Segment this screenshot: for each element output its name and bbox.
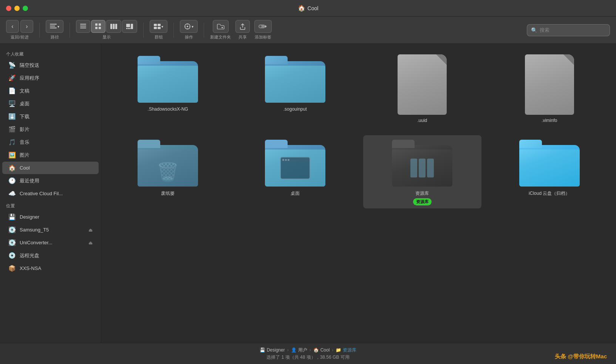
library-badge: 资源库	[413, 198, 432, 205]
sidebar-item-samsung[interactable]: 💽 Samsung_T5 ⏏	[2, 224, 99, 236]
svg-rect-5	[80, 28, 86, 28]
sogouinput-folder-icon	[265, 54, 325, 103]
back-button[interactable]: ‹	[6, 20, 19, 33]
breadcrumb-library-label: 资源库	[343, 347, 356, 353]
music-icon: 🎵	[8, 139, 16, 146]
action-label: 操作	[185, 34, 193, 40]
group-button[interactable]: ▾	[150, 20, 167, 33]
sidebar-item-downloads[interactable]: ⬇️ 下载	[2, 110, 99, 123]
uniconverter-eject[interactable]: ⏏	[88, 240, 93, 245]
share-button[interactable]	[235, 20, 250, 33]
svg-rect-12	[115, 24, 117, 29]
sidebar-item-movies[interactable]: 🎬 影片	[2, 123, 99, 136]
xxs-nsa-icon: 📦	[8, 265, 16, 272]
sidebar-item-airdrop[interactable]: 📡 隔空投送	[2, 59, 99, 71]
sidebar-item-uniconverter[interactable]: 💽 UniConverter... ⏏	[2, 236, 99, 249]
file-item-icloud[interactable]: iCloud 云盘（归档）	[491, 135, 609, 208]
new-folder-button[interactable]	[213, 20, 229, 33]
title-bar: 🏠 Cool	[0, 0, 616, 17]
add-tag-button[interactable]	[254, 20, 272, 33]
nav-group: ‹ › 返回/前进	[6, 20, 33, 40]
group-label: 群组	[155, 34, 163, 40]
breadcrumb-library-icon: 📁	[336, 347, 341, 353]
sidebar-item-documents[interactable]: 📄 文稿	[2, 85, 99, 97]
file-item-library[interactable]: 资源库 资源库	[363, 135, 481, 208]
search-input[interactable]	[540, 27, 600, 33]
creative-cloud-icon: ☁️	[8, 190, 16, 197]
cool-icon: 🏠	[8, 164, 16, 171]
downloads-icon: ⬇️	[8, 113, 16, 120]
svg-rect-11	[113, 24, 115, 29]
share-group: 共享	[235, 20, 250, 40]
movies-icon: 🎬	[8, 126, 16, 133]
sidebar-item-pictures[interactable]: 🖼️ 图片	[2, 149, 99, 161]
title-icon: 🏠	[298, 5, 305, 12]
close-button[interactable]	[6, 6, 11, 11]
sidebar-item-cool[interactable]: 🏠 Cool	[2, 162, 99, 174]
viminfo-label: .viminfo	[542, 118, 557, 123]
view-grid-button[interactable]	[91, 20, 105, 33]
breadcrumb-item-designer[interactable]: 💾 Designer	[260, 347, 285, 353]
samsung-icon: 💽	[8, 226, 16, 233]
svg-rect-4	[80, 26, 86, 26]
file-item-shadowsocks[interactable]: .ShadowsocksX-NG	[109, 51, 227, 126]
breadcrumb-item-user[interactable]: 👤 用户	[291, 347, 307, 353]
samsung-eject[interactable]: ⏏	[88, 227, 93, 233]
desktop-label: 桌面	[20, 100, 29, 107]
shadowsocks-label: .ShadowsocksX-NG	[148, 106, 188, 112]
file-item-uuid[interactable]: .uuid	[363, 51, 481, 126]
breadcrumb-sep-3: ›	[332, 347, 333, 353]
svg-rect-8	[95, 27, 98, 29]
svg-rect-18	[154, 24, 157, 26]
samsung-label: Samsung_T5	[20, 227, 49, 233]
file-item-sogouinput[interactable]: .sogouinput	[236, 51, 354, 126]
view-list-button[interactable]	[76, 20, 90, 33]
designer-icon: 💾	[8, 213, 16, 221]
forward-button[interactable]: ›	[20, 20, 33, 33]
nav-label: 返回/前进	[11, 34, 28, 40]
svg-rect-20	[154, 27, 157, 29]
sidebar-item-applications[interactable]: 🚀 应用程序	[2, 72, 99, 84]
search-container[interactable]: 🔍	[527, 24, 610, 36]
sidebar: 个人收藏 📡 隔空投送 🚀 应用程序 📄 文稿 🖥️ 桌面 ⬇️ 下载 🎬 影片…	[0, 44, 101, 343]
pictures-icon: 🖼️	[8, 151, 16, 159]
sidebar-item-designer[interactable]: 💾 Designer	[2, 211, 99, 223]
sidebar-item-recent[interactable]: 🕐 最近使用	[2, 174, 99, 187]
breadcrumb-item-cool[interactable]: 🏠 Cool	[313, 347, 330, 353]
maximize-button[interactable]	[23, 6, 28, 11]
view-group: 显示	[76, 20, 137, 40]
file-area: .ShadowsocksX-NG .sogouinput .uuid	[101, 44, 616, 343]
toolbar-separator-1	[39, 23, 40, 38]
path-button[interactable]: ▾	[46, 20, 63, 33]
toolbar-separator-2	[70, 23, 70, 38]
uniconverter-icon: 💽	[8, 239, 16, 246]
search-icon: 🔍	[531, 27, 537, 33]
action-button[interactable]: ▾	[180, 20, 198, 33]
designer-label: Designer	[20, 214, 39, 220]
file-item-trash[interactable]: 🗑️ 废纸篓	[109, 135, 227, 208]
breadcrumb-user-icon: 👤	[291, 347, 297, 353]
action-group: ▾ 操作	[180, 20, 198, 40]
new-folder-label: 新建文件夹	[210, 34, 231, 40]
new-folder-group: 新建文件夹	[210, 20, 231, 40]
file-item-desktop-folder[interactable]: 桌面	[236, 135, 354, 208]
library-label: 资源库	[415, 190, 429, 197]
desktop-icon: 🖥️	[8, 100, 16, 107]
sidebar-item-music[interactable]: 🎵 音乐	[2, 136, 99, 148]
library-folder-icon	[392, 138, 452, 187]
sidebar-item-remote-disc[interactable]: 💿 远程光盘	[2, 249, 99, 262]
view-columns-button[interactable]	[106, 20, 121, 33]
breadcrumb-item-library[interactable]: 📁 资源库	[336, 347, 356, 353]
svg-rect-21	[158, 27, 161, 29]
remote-disc-label: 远程光盘	[20, 252, 39, 259]
sogouinput-label: .sogouinput	[283, 106, 307, 112]
view-gallery-button[interactable]	[122, 20, 137, 33]
sidebar-item-desktop[interactable]: 🖥️ 桌面	[2, 97, 99, 110]
sidebar-item-creative-cloud[interactable]: ☁️ Creative Cloud Fil...	[2, 187, 99, 200]
svg-rect-6	[95, 23, 98, 26]
sidebar-item-xxs-nsa[interactable]: 📦 XXS-NSA	[2, 262, 99, 275]
watermark: 头条 @带你玩转Mac	[555, 353, 607, 360]
minimize-button[interactable]	[14, 6, 20, 11]
file-item-viminfo[interactable]: .viminfo	[491, 51, 609, 126]
add-tag-group: 添加标签	[254, 20, 272, 40]
